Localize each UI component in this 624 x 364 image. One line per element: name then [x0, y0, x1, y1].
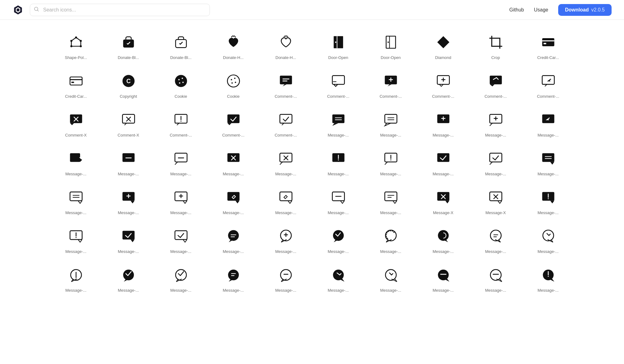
download-button[interactable]: Download v2.0.5: [558, 4, 612, 16]
icon-item-donate-bl1[interactable]: Donate-Bl...: [102, 26, 155, 65]
icon-item-message-exc4[interactable]: Message-...: [50, 220, 102, 259]
icon-item-chat-circle5[interactable]: Message-...: [417, 220, 469, 259]
icon-item-message-exc1[interactable]: Message-...: [312, 142, 364, 181]
icon-item-message-xmark1[interactable]: Message-X: [417, 181, 469, 220]
icon-item-donate-h2[interactable]: Donate-H...: [260, 26, 312, 65]
icon-item-partial6[interactable]: Message-...: [312, 259, 364, 298]
svg-point-26: [231, 79, 232, 80]
icon-symbol-partial8: [433, 265, 453, 285]
icon-item-donate-h1[interactable]: Donate-H...: [207, 26, 260, 65]
icon-item-message-lines2[interactable]: Message-...: [50, 181, 102, 220]
icon-item-shape-pol[interactable]: Shape-Pol...: [50, 26, 102, 65]
icon-item-comment5[interactable]: Comment-...: [469, 65, 522, 104]
icon-item-comment-ex[interactable]: Comment-...: [155, 104, 207, 142]
icon-item-chat-circle3[interactable]: Message-...: [312, 220, 364, 259]
icon-item-message3[interactable]: Message-...: [417, 104, 469, 142]
icon-item-message-check4[interactable]: Message-...: [155, 220, 207, 259]
svg-point-129: [490, 230, 501, 241]
icon-item-message-check2[interactable]: Message-...: [469, 142, 522, 181]
icon-symbol-comment2: [328, 71, 348, 91]
github-link[interactable]: Github: [509, 7, 524, 13]
icon-item-partial7[interactable]: Message-...: [364, 259, 417, 298]
icon-item-partial8[interactable]: Message-...: [417, 259, 469, 298]
icon-item-message-lines3[interactable]: Message-...: [364, 181, 417, 220]
icon-item-message-xmark2[interactable]: Message-X: [469, 181, 522, 220]
svg-rect-51: [227, 115, 239, 123]
icon-label-chat-circle7: Message-...: [531, 249, 565, 254]
icon-item-message-x1[interactable]: Message-...: [207, 142, 260, 181]
icon-item-message2[interactable]: Message-...: [364, 104, 417, 142]
svg-rect-89: [70, 192, 82, 201]
icon-item-message-exc3[interactable]: Message-...: [522, 181, 574, 220]
icon-item-comment-x1[interactable]: Comment-X: [50, 104, 102, 142]
icon-item-message-pen3[interactable]: Message-...: [260, 181, 312, 220]
icon-item-message-plus1[interactable]: Message-...: [102, 181, 155, 220]
icon-symbol-chat-circle5: [433, 226, 453, 246]
icon-item-comment3[interactable]: Comment-...: [364, 65, 417, 104]
icon-item-message-pen2[interactable]: Message-...: [207, 181, 260, 220]
usage-link[interactable]: Usage: [534, 7, 548, 13]
svg-rect-12: [542, 38, 554, 46]
icon-item-message-minus3[interactable]: Message-...: [312, 181, 364, 220]
icon-item-message-pen1[interactable]: Message-...: [50, 142, 102, 181]
icon-item-message-check1[interactable]: Message-...: [417, 142, 469, 181]
search-icon: [34, 7, 39, 13]
icon-item-donate-bl2[interactable]: Donate-Bl...: [155, 26, 207, 65]
icon-item-partial4[interactable]: Message-...: [207, 259, 260, 298]
icon-item-message-minus2[interactable]: Message-...: [155, 142, 207, 181]
icon-label-message-lines2: Message-...: [59, 210, 93, 215]
icon-item-partial5[interactable]: Message-...: [260, 259, 312, 298]
icon-item-partial10[interactable]: Message-...: [522, 259, 574, 298]
icon-item-chat-circle2[interactable]: Message-...: [260, 220, 312, 259]
icon-item-partial3[interactable]: Message-...: [155, 259, 207, 298]
icon-label-partial9: Message-...: [479, 288, 513, 293]
icon-item-cookie1[interactable]: Cookie: [155, 65, 207, 104]
svg-point-127: [385, 230, 396, 241]
icon-label-partial6: Message-...: [321, 288, 355, 293]
icon-item-door-open2[interactable]: Door-Open: [364, 26, 417, 65]
icon-item-comment1[interactable]: Comment-...: [260, 65, 312, 104]
icon-item-chat-circle7[interactable]: Message-...: [522, 220, 574, 259]
icon-item-message4[interactable]: Message-...: [469, 104, 522, 142]
icon-item-diamond[interactable]: Diamond: [417, 26, 469, 65]
icon-symbol-credit-car2: [66, 71, 86, 91]
icon-item-comment6[interactable]: Comment-...: [522, 65, 574, 104]
icon-item-message-x2[interactable]: Message-...: [260, 142, 312, 181]
icon-item-chat-circle4[interactable]: Message-...: [364, 220, 417, 259]
icon-item-comment2[interactable]: Comment-...: [312, 65, 364, 104]
svg-point-140: [438, 270, 449, 281]
icon-item-partial9[interactable]: Message-...: [469, 259, 522, 298]
icon-item-crop[interactable]: Crop: [469, 26, 522, 65]
icon-item-cookie2[interactable]: Cookie: [207, 65, 260, 104]
icon-item-door-open1[interactable]: Door-Open: [312, 26, 364, 65]
icon-item-message-lines1[interactable]: Message-...: [522, 142, 574, 181]
search-input[interactable]: [30, 4, 210, 16]
icon-item-message-exc2[interactable]: Message-...: [364, 142, 417, 181]
icon-label-door-open2: Door-Open: [374, 55, 408, 60]
icon-item-message-minus1[interactable]: Message-...: [102, 142, 155, 181]
icon-item-comment-x2[interactable]: Comment-X: [102, 104, 155, 142]
svg-point-50: [180, 121, 181, 122]
icon-label-message-minus3: Message-...: [321, 210, 355, 215]
icon-label-message-minus1: Message-...: [111, 172, 146, 176]
icon-item-partial1[interactable]: Message-...: [50, 259, 102, 298]
icon-item-comment-check1[interactable]: Comment-...: [207, 104, 260, 142]
icon-item-message1[interactable]: Message-...: [312, 104, 364, 142]
icon-label-shape-pol: Shape-Pol...: [59, 55, 93, 60]
icon-item-credit-car1[interactable]: Credit-Car...: [522, 26, 574, 65]
icon-symbol-comment-check2: [276, 110, 296, 130]
svg-point-137: [280, 270, 291, 281]
icon-item-comment4[interactable]: Comment-...: [417, 65, 469, 104]
icon-label-credit-car2: Credit-Car...: [59, 94, 93, 99]
icon-item-message5[interactable]: Message-...: [522, 104, 574, 142]
icon-item-chat-circle1[interactable]: Message-...: [207, 220, 260, 259]
icon-label-diamond: Diamond: [426, 55, 460, 60]
icon-item-credit-car2[interactable]: Credit-Car...: [50, 65, 102, 104]
icon-item-partial2[interactable]: Message-...: [102, 259, 155, 298]
icon-item-message-plus2[interactable]: Message-...: [155, 181, 207, 220]
logo[interactable]: [12, 4, 24, 16]
icon-item-chat-circle6[interactable]: Message-...: [469, 220, 522, 259]
icon-item-copyright[interactable]: CCopyright: [102, 65, 155, 104]
icon-item-message-check3[interactable]: Message-...: [102, 220, 155, 259]
icon-item-comment-check2[interactable]: Comment-...: [260, 104, 312, 142]
